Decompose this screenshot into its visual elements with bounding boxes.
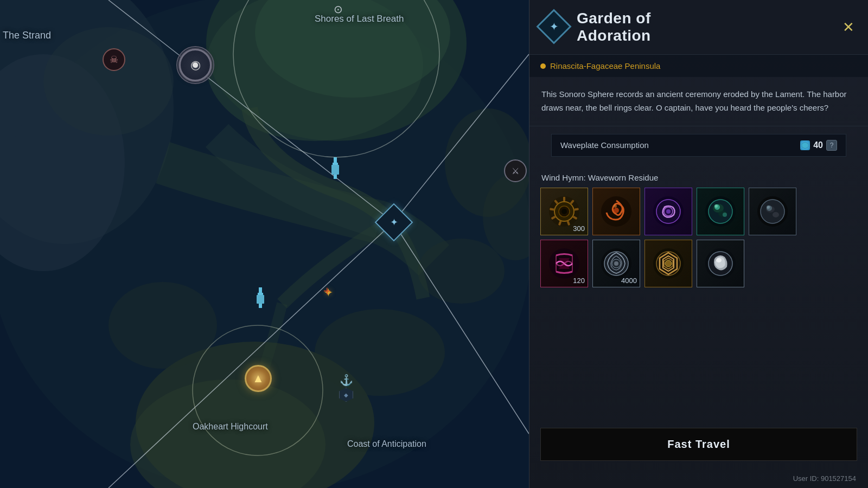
item-slot-5[interactable]	[749, 188, 796, 235]
svg-point-14	[483, 174, 529, 260]
svg-point-35	[561, 209, 567, 214]
close-button[interactable]: ✕	[840, 16, 857, 38]
location-dot	[540, 63, 546, 69]
svg-point-47	[614, 204, 617, 208]
player-marker: ▲	[245, 365, 272, 392]
svg-point-6	[0, 54, 125, 271]
svg-point-2	[206, 0, 467, 141]
item-count-7: 4000	[621, 277, 637, 285]
waypoint-marker-top[interactable]	[329, 157, 341, 181]
top-decoration-icon: ⊙	[334, 3, 343, 16]
compass-icon[interactable]: ◎	[179, 49, 212, 81]
battle-icon[interactable]: ✦ ✕	[323, 286, 333, 300]
item-slot-4[interactable]	[697, 188, 744, 235]
svg-rect-29	[257, 295, 264, 304]
wind-hymn-label: Wind Hymn: Waveworn Residue	[529, 164, 868, 188]
item-count-1: 300	[573, 224, 585, 233]
svg-point-12	[418, 239, 505, 304]
svg-point-51	[666, 209, 671, 214]
svg-point-1	[0, 0, 529, 488]
map-label-shores: Shores of Last Breath	[315, 14, 404, 24]
location-subtitle: Rinascita-Fagaceae Peninsula	[529, 55, 868, 77]
svg-point-9	[130, 380, 326, 488]
map-label-coast: Coast of Anticipation	[347, 439, 426, 449]
description-area: This Sonoro Sphere records an ancient ce…	[529, 77, 868, 126]
waypoint-marker-left[interactable]	[255, 287, 266, 310]
waveplate-number: 40	[813, 140, 823, 150]
panel-header: ✦ Garden of Adoration ✕	[529, 0, 868, 55]
svg-rect-26	[334, 175, 337, 179]
panel-title: Garden of Adoration	[577, 10, 700, 44]
fast-travel-button[interactable]: Fast Travel	[540, 428, 857, 461]
svg-rect-0	[0, 0, 529, 488]
svg-point-57	[723, 213, 727, 217]
svg-point-7	[43, 27, 174, 136]
svg-rect-28	[258, 293, 263, 295]
svg-point-46	[614, 208, 619, 213]
svg-line-17	[108, 222, 393, 488]
location-name: Rinascita-Fagaceae Peninsula	[550, 61, 660, 70]
svg-point-64	[773, 212, 779, 217]
waveplate-label: Waveplate Consumption	[560, 140, 649, 150]
waveplate-gem-icon	[800, 140, 810, 150]
combat-icon-right[interactable]: ⚔	[504, 159, 527, 182]
svg-point-11	[108, 282, 217, 369]
side-panel: ✦ Garden of Adoration ✕ Rinascita-Fagace…	[529, 0, 868, 488]
svg-rect-24	[333, 163, 338, 165]
anchor-icon[interactable]: ⚓ ◆	[339, 374, 353, 402]
svg-point-3	[206, 0, 423, 141]
svg-point-63	[767, 206, 770, 209]
svg-rect-36	[563, 197, 565, 201]
item-slot-3[interactable]	[644, 188, 692, 235]
item-slot-9[interactable]	[697, 240, 744, 287]
svg-rect-23	[334, 157, 337, 163]
svg-point-4	[255, 0, 450, 98]
waveplate-value-area: 40 ?	[800, 140, 837, 151]
waveplate-section: Waveplate Consumption 40 ?	[529, 126, 868, 164]
svg-line-16	[393, 54, 529, 222]
panel-icon: ✦	[540, 13, 569, 41]
item-slot-1[interactable]: 300	[540, 188, 588, 235]
item-slot-2[interactable]	[592, 188, 640, 235]
svg-marker-31	[802, 142, 808, 149]
items-grid: 300	[529, 188, 868, 287]
items-row-2: 120 4000	[540, 240, 857, 287]
map-area[interactable]: The Strand Shores of Last Breath Oakhear…	[0, 0, 529, 488]
location-marker-main[interactable]: ✦	[379, 208, 409, 237]
svg-point-75	[665, 260, 672, 267]
item-slot-6[interactable]: 120	[540, 240, 588, 287]
waveplate-row: Waveplate Consumption 40 ?	[551, 134, 846, 157]
description-text: This Sonoro Sphere records an ancient ce…	[541, 88, 856, 115]
svg-line-15	[108, 0, 393, 222]
svg-point-78	[716, 258, 722, 262]
svg-rect-27	[259, 287, 262, 293]
user-id: User ID: 901527154	[529, 472, 868, 488]
svg-point-69	[614, 261, 618, 266]
items-row-1: 300	[540, 188, 857, 235]
svg-rect-30	[259, 304, 262, 308]
svg-rect-25	[331, 165, 339, 175]
item-count-6: 120	[573, 277, 585, 285]
svg-point-19	[233, 0, 439, 157]
shield-icon-topleft[interactable]: ☠	[103, 48, 125, 71]
map-label-strand: The Strand	[3, 30, 51, 41]
svg-line-18	[393, 222, 529, 434]
svg-point-5	[0, 0, 174, 244]
help-button[interactable]: ?	[826, 140, 837, 151]
item-slot-7[interactable]: 4000	[592, 240, 640, 287]
map-label-oakheart: Oakheart Highcourt	[193, 422, 268, 432]
svg-point-8	[136, 342, 374, 488]
svg-point-10	[315, 309, 445, 396]
item-slot-8[interactable]	[644, 240, 692, 287]
svg-point-58	[714, 204, 718, 208]
